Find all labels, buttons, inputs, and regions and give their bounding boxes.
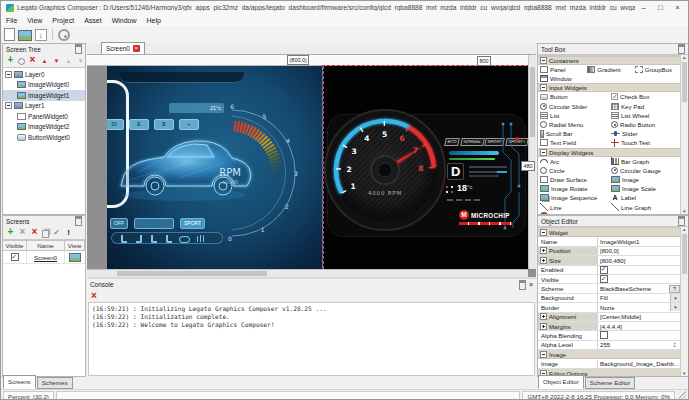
- checkbox[interactable]: [600, 266, 608, 274]
- toolbox-item-circular-slider[interactable]: Circular Slider: [538, 102, 609, 111]
- property-value-cell[interactable]: ImageWidget1: [598, 237, 680, 245]
- property-value-cell[interactable]: None▾: [598, 303, 680, 311]
- property-value-cell[interactable]: [800,480]: [598, 256, 680, 264]
- property-value-cell[interactable]: [598, 275, 680, 283]
- object-editor-scrollbar[interactable]: [680, 227, 688, 376]
- property-value-cell[interactable]: [4,4,4,4]: [598, 322, 680, 330]
- tab-scheme-editor[interactable]: Scheme Editor: [585, 377, 636, 389]
- view-icon[interactable]: [69, 253, 81, 262]
- dash-button-sport[interactable]: SPORT: [180, 218, 205, 229]
- toolbox-item-gradient[interactable]: Gradient: [585, 65, 632, 74]
- seat-fan-icon[interactable]: [164, 234, 172, 242]
- car-icon[interactable]: [179, 236, 190, 243]
- add-icon[interactable]: [6, 228, 15, 237]
- toolbox-item-radio-button[interactable]: Radio Button: [609, 120, 680, 129]
- collapse-icon[interactable]: [540, 149, 547, 156]
- property-value-cell[interactable]: Background_Image_Dashboard: [598, 359, 680, 367]
- clear-console-icon[interactable]: ×: [91, 291, 97, 301]
- tree-node-buttonwidget0[interactable]: ButtonWidget0: [3, 132, 85, 143]
- close-button[interactable]: ×: [669, 2, 686, 14]
- toolbox-item-key-pad[interactable]: Key Pad: [609, 102, 680, 111]
- tab-object-editor[interactable]: Object Editor: [538, 375, 584, 389]
- minimize-button[interactable]: –: [635, 2, 652, 14]
- tree-node-layer1[interactable]: Layer1: [3, 101, 85, 112]
- defrost-icon[interactable]: [197, 235, 205, 242]
- collapse-icon[interactable]: [5, 102, 12, 109]
- toolbox-item-pie-chart[interactable]: Pie Chart: [538, 212, 609, 214]
- canvas-horizontal-scrollbar[interactable]: [87, 269, 528, 277]
- expand-icon[interactable]: [540, 313, 547, 320]
- property-value-cell[interactable]: [598, 266, 680, 274]
- expand-icon[interactable]: [540, 247, 547, 254]
- tab-schemes[interactable]: Schemes: [37, 377, 73, 389]
- dashboard-screen-right-selected[interactable]: 12345678 4000 RPM ECONORMALSPORTSPORT+ D…: [323, 66, 528, 269]
- menu-window[interactable]: Window: [107, 17, 142, 24]
- move-down-disabled-icon[interactable]: [76, 56, 85, 65]
- design-canvas[interactable]: 21°c 20EB+: [87, 55, 536, 277]
- menu-file[interactable]: File: [1, 17, 22, 24]
- new-project-icon[interactable]: [4, 28, 15, 41]
- toolbox-item-button[interactable]: Button: [538, 92, 609, 101]
- pin-icon[interactable]: [678, 44, 685, 54]
- dash-button-blank[interactable]: [134, 218, 174, 229]
- toolbox-section-input-widgets[interactable]: Input Widgets: [538, 83, 680, 92]
- visible-checkbox[interactable]: [11, 253, 19, 261]
- open-project-icon[interactable]: [18, 30, 32, 41]
- close-tab-icon[interactable]: ×: [133, 45, 140, 52]
- resize-grip[interactable]: [677, 391, 686, 400]
- pin-icon[interactable]: [75, 216, 82, 226]
- tree-node-imagewidget2[interactable]: ImageWidget2: [3, 122, 85, 133]
- toolbox-item-text-field[interactable]: Text Field: [538, 138, 609, 147]
- tree-node-panelwidget0[interactable]: PanelWidget0: [3, 111, 85, 122]
- toolbox-item-label[interactable]: ALabel: [609, 193, 680, 202]
- expand-icon[interactable]: [540, 257, 547, 264]
- screen-name-link[interactable]: Screen0: [34, 254, 57, 261]
- collapse-icon[interactable]: [540, 84, 547, 91]
- toolbox-item-window[interactable]: Window: [538, 74, 585, 83]
- checkbox[interactable]: [600, 275, 608, 283]
- collapse-icon[interactable]: [5, 71, 12, 78]
- toolbox-item-slider[interactable]: Slider: [609, 129, 680, 138]
- toolbox-section-display-widgets[interactable]: Display Widgets: [538, 148, 680, 157]
- property-value-cell[interactable]: BlackBaseScheme?: [598, 284, 680, 292]
- toolbox-item-line[interactable]: Line: [538, 202, 609, 211]
- toolbox-section-containers[interactable]: Containers: [538, 56, 680, 65]
- checkbox[interactable]: [600, 331, 608, 339]
- seat-right-icon[interactable]: [134, 234, 142, 242]
- toolbox-item-radial-menu[interactable]: Radial Menu: [538, 120, 609, 129]
- toolbox-scrollbar[interactable]: [680, 55, 688, 214]
- alert-icon[interactable]: [64, 228, 73, 237]
- add-icon[interactable]: [6, 56, 15, 65]
- menu-asset[interactable]: Asset: [79, 17, 107, 24]
- property-value-cell[interactable]: [Center,Middle]: [598, 313, 680, 321]
- collapse-icon[interactable]: [540, 229, 547, 236]
- property-section-widget[interactable]: Widget: [538, 228, 680, 237]
- scheme-picker-button[interactable]: ?: [669, 285, 680, 293]
- dashboard-screen-left[interactable]: 21°c 20EB+: [107, 66, 322, 269]
- delete-icon[interactable]: [30, 228, 39, 237]
- tree-node-layer0[interactable]: Layer0: [3, 69, 85, 80]
- pin-icon[interactable]: [75, 44, 82, 54]
- toolbox-item-line-graph[interactable]: Line Graph: [609, 202, 680, 211]
- toolbox-item-panel[interactable]: Panel: [538, 65, 585, 74]
- toolbox-item-circular-gauge[interactable]: Circular Gauge: [609, 166, 680, 175]
- menu-help[interactable]: Help: [142, 17, 166, 24]
- property-value-cell[interactable]: Fill▾: [598, 294, 680, 302]
- toolbox-item-list[interactable]: List: [538, 111, 609, 120]
- menu-project[interactable]: Project: [47, 17, 79, 24]
- close-console-icon[interactable]: ×: [529, 281, 533, 288]
- move-up-disabled-icon[interactable]: [64, 56, 73, 65]
- maximize-button[interactable]: □: [652, 2, 669, 14]
- expand-icon[interactable]: [540, 323, 547, 330]
- toolbox-item-image-scale[interactable]: Image Scale: [609, 184, 680, 193]
- toolbox-item-circle[interactable]: Circle: [538, 166, 609, 175]
- tab-screen0[interactable]: Screen0 ×: [101, 42, 145, 54]
- toolbox-item-list-wheel[interactable]: List Wheel: [609, 111, 680, 120]
- seat-left-icon[interactable]: [119, 234, 127, 242]
- move-up-icon[interactable]: [40, 56, 49, 65]
- property-value-cell[interactable]: [800,0]: [598, 247, 680, 255]
- move-down-icon[interactable]: [52, 56, 61, 65]
- remove-icon[interactable]: [18, 228, 27, 237]
- property-value-cell[interactable]: 255: [598, 341, 680, 349]
- duplicate-icon[interactable]: [42, 230, 49, 238]
